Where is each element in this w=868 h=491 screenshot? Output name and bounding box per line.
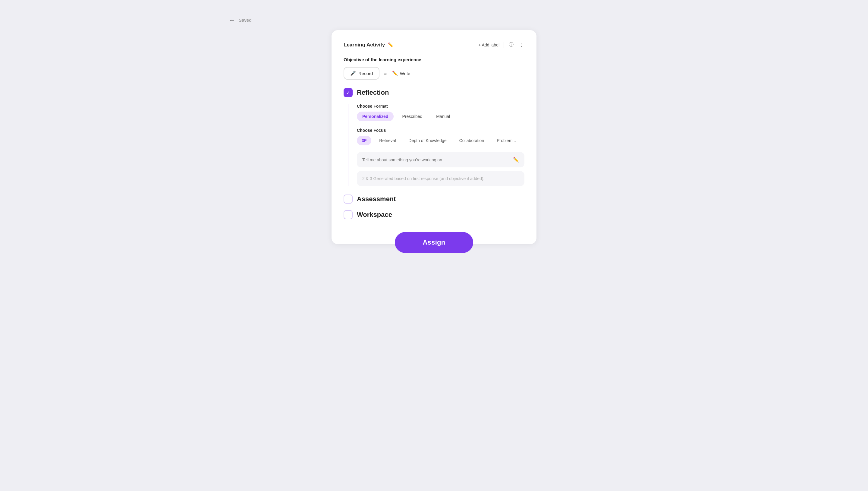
page-wrapper: ← Saved Learning Activity ✏️ + Add label…: [217, 6, 651, 250]
focus-collaboration[interactable]: Collaboration: [455, 136, 489, 145]
prompt-text: Tell me about something you're working o…: [362, 157, 442, 162]
generated-box: 2 & 3 Generated based on first response …: [357, 171, 524, 186]
reflection-header: ✓ Reflection: [344, 88, 524, 97]
generated-text: 2 & 3 Generated based on first response …: [362, 176, 484, 181]
choose-focus-label: Choose Focus: [357, 128, 524, 133]
assessment-header: Assessment: [344, 195, 524, 204]
saved-label: Saved: [239, 18, 252, 23]
assign-btn-wrapper: Assign: [395, 232, 473, 253]
choose-format-area: Choose Format Personalized Prescribed Ma…: [357, 104, 524, 121]
focus-depth-of-knowledge[interactable]: Depth of Knowledge: [404, 136, 452, 145]
top-bar: ← Saved: [217, 12, 651, 28]
workspace-section: Workspace: [344, 210, 524, 219]
focus-retrieval[interactable]: Retrieval: [374, 136, 401, 145]
reflection-content: Choose Format Personalized Prescribed Ma…: [348, 104, 524, 186]
objective-label: Objective of the learning experience: [344, 57, 524, 62]
write-button[interactable]: ✏️ Write: [392, 70, 410, 76]
card-header: Learning Activity ✏️ + Add label ⓘ ⋮: [344, 41, 524, 49]
reflection-title: Reflection: [357, 89, 389, 96]
assign-button[interactable]: Assign: [395, 232, 473, 253]
focus-3f[interactable]: 3F: [357, 136, 371, 145]
write-label: Write: [400, 71, 410, 76]
focus-problem[interactable]: Problem...: [492, 136, 521, 145]
add-label-button[interactable]: + Add label: [478, 42, 499, 47]
prompt-edit-icon[interactable]: ✏️: [513, 157, 519, 163]
pencil-icon: ✏️: [392, 70, 398, 76]
prompt-box: Tell me about something you're working o…: [357, 152, 524, 167]
format-manual[interactable]: Manual: [431, 112, 456, 121]
record-label: Record: [358, 71, 373, 76]
more-options-button[interactable]: ⋮: [518, 41, 524, 48]
choose-focus-area: Choose Focus 3F Retrieval Depth of Knowl…: [357, 128, 524, 145]
assessment-title: Assessment: [357, 195, 396, 203]
record-write-row: 🎤 Record or ✏️ Write: [344, 67, 524, 80]
assessment-checkbox[interactable]: [344, 195, 352, 204]
objective-section: Objective of the learning experience 🎤 R…: [344, 57, 524, 80]
workspace-title: Workspace: [357, 211, 392, 219]
mic-icon: 🎤: [350, 70, 356, 76]
reflection-checkbox[interactable]: ✓: [344, 88, 352, 97]
info-icon-button[interactable]: ⓘ: [508, 41, 514, 49]
format-prescribed[interactable]: Prescribed: [397, 112, 428, 121]
format-personalized[interactable]: Personalized: [357, 112, 394, 121]
workspace-header: Workspace: [344, 210, 524, 219]
workspace-checkbox[interactable]: [344, 210, 352, 219]
focus-options: 3F Retrieval Depth of Knowledge Collabor…: [357, 136, 524, 145]
header-divider: [504, 42, 504, 48]
assessment-section: Assessment: [344, 195, 524, 204]
edit-title-icon[interactable]: ✏️: [388, 42, 394, 48]
card-title: Learning Activity: [344, 42, 385, 48]
choose-format-label: Choose Format: [357, 104, 524, 109]
record-button[interactable]: 🎤 Record: [344, 67, 379, 80]
main-card: Learning Activity ✏️ + Add label ⓘ ⋮ Obj…: [332, 30, 536, 244]
or-text: or: [384, 71, 388, 76]
card-title-area: Learning Activity ✏️: [344, 42, 394, 48]
back-arrow-icon[interactable]: ←: [229, 17, 235, 23]
reflection-section: ✓ Reflection Choose Format Personalized …: [344, 88, 524, 186]
format-options: Personalized Prescribed Manual: [357, 112, 524, 121]
header-actions: + Add label ⓘ ⋮: [478, 41, 524, 49]
